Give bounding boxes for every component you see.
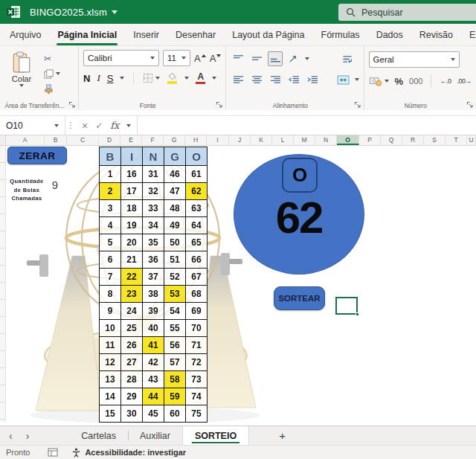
paste-button[interactable]: Colar <box>4 50 39 87</box>
bingo-cell[interactable]: 31 <box>143 166 164 183</box>
bingo-cell[interactable]: 3 <box>100 200 121 217</box>
bingo-cell[interactable]: 7 <box>100 269 121 286</box>
bingo-cell[interactable]: 50 <box>164 234 186 251</box>
column-header-H[interactable]: H <box>185 135 207 145</box>
column-header-U[interactable]: U <box>467 135 476 145</box>
column-header-G[interactable]: G <box>164 135 185 145</box>
add-sheet-button[interactable]: + <box>266 426 299 445</box>
bingo-cell[interactable]: 68 <box>186 286 208 303</box>
column-header-T[interactable]: T <box>446 135 467 145</box>
bingo-cell[interactable]: 5 <box>100 234 121 251</box>
number-dialog-launcher-icon[interactable] <box>466 101 474 109</box>
column-header-N[interactable]: N <box>315 135 337 145</box>
bingo-cell[interactable]: 19 <box>121 217 143 234</box>
bingo-cell[interactable]: 56 <box>164 337 186 354</box>
prev-sheet-arrow-icon[interactable]: ‹ <box>9 430 13 442</box>
bingo-cell[interactable]: 72 <box>186 354 208 371</box>
accessibility-status-button[interactable]: Acessibilidade: investigar <box>65 448 192 458</box>
align-bottom-button[interactable] <box>268 51 283 66</box>
bingo-cell[interactable]: 2 <box>100 183 121 200</box>
bingo-header-cell[interactable]: N <box>143 147 164 166</box>
merge-center-button[interactable] <box>336 72 351 87</box>
ribbon-tab-dados[interactable]: Dados <box>368 24 411 45</box>
column-header-A[interactable]: A <box>6 135 45 145</box>
bingo-cell[interactable]: 42 <box>143 354 164 371</box>
bingo-cell[interactable]: 15 <box>100 405 121 423</box>
column-header-E[interactable]: E <box>120 135 142 145</box>
column-header-R[interactable]: R <box>402 135 424 145</box>
font-name-combo[interactable]: Calibri <box>83 50 159 66</box>
bingo-cell[interactable]: 14 <box>100 388 121 405</box>
ribbon-tab-arquivo[interactable]: Arquivo <box>1 24 49 45</box>
bingo-cell[interactable]: 35 <box>143 234 164 251</box>
align-left-button[interactable] <box>231 72 245 87</box>
bingo-cell[interactable]: 54 <box>164 303 186 320</box>
bingo-cell[interactable]: 16 <box>121 166 143 183</box>
bingo-cell[interactable]: 55 <box>164 320 186 337</box>
bingo-cell[interactable]: 24 <box>121 303 143 320</box>
bold-button[interactable]: N <box>83 73 90 84</box>
comma-style-button[interactable]: 000 <box>409 77 422 86</box>
bingo-cell[interactable]: 51 <box>164 251 186 269</box>
bingo-header-cell[interactable]: O <box>186 147 208 166</box>
bingo-header-cell[interactable]: B <box>100 147 121 166</box>
bingo-cell[interactable]: 53 <box>164 286 186 303</box>
bingo-cell[interactable]: 29 <box>121 388 143 405</box>
grow-font-button[interactable]: A <box>194 53 206 64</box>
column-header-S[interactable]: S <box>424 135 446 145</box>
copy-button[interactable] <box>44 68 60 80</box>
bingo-cell[interactable]: 6 <box>100 251 121 269</box>
decrease-indent-button[interactable] <box>286 72 301 87</box>
borders-button[interactable] <box>143 73 160 83</box>
bingo-cell[interactable]: 65 <box>186 234 208 251</box>
bingo-cell[interactable]: 22 <box>121 269 143 286</box>
accounting-format-button[interactable] <box>369 77 389 86</box>
column-header-D[interactable]: D <box>99 135 120 145</box>
search-box[interactable]: Pesquisar <box>338 4 476 21</box>
column-header-M[interactable]: M <box>294 135 315 145</box>
bingo-cell[interactable]: 59 <box>164 388 186 405</box>
align-center-button[interactable] <box>249 72 264 87</box>
wrap-text-button[interactable] <box>340 51 355 66</box>
bingo-cell[interactable]: 71 <box>186 337 208 354</box>
column-header-I[interactable]: I <box>207 135 229 145</box>
bingo-cell[interactable]: 61 <box>186 166 208 183</box>
align-top-button[interactable] <box>231 51 245 66</box>
bingo-cell[interactable]: 23 <box>121 286 143 303</box>
shrink-font-button[interactable]: A <box>210 53 222 64</box>
increase-indent-button[interactable] <box>305 72 320 87</box>
percent-style-button[interactable]: % <box>395 76 404 87</box>
bingo-cell[interactable]: 36 <box>143 251 164 269</box>
bingo-cell[interactable]: 38 <box>143 286 164 303</box>
cut-button[interactable]: ✂ <box>44 53 60 65</box>
column-header-P[interactable]: P <box>359 135 381 145</box>
bingo-cell[interactable]: 37 <box>143 269 164 286</box>
bingo-cell[interactable]: 47 <box>164 183 186 200</box>
bingo-header-cell[interactable]: G <box>164 147 186 166</box>
bingo-cell[interactable]: 8 <box>100 286 121 303</box>
ribbon-tab-exibir[interactable]: Exibir <box>461 24 476 45</box>
bingo-cell[interactable]: 33 <box>143 200 164 217</box>
bingo-cell[interactable]: 21 <box>121 251 143 269</box>
name-box[interactable]: O10 <box>0 116 65 135</box>
bingo-cell[interactable]: 12 <box>100 354 121 371</box>
column-header-B[interactable]: B <box>45 135 67 145</box>
fill-color-button[interactable] <box>167 72 178 84</box>
bingo-cell[interactable]: 32 <box>143 183 164 200</box>
format-painter-button[interactable] <box>44 83 60 94</box>
bingo-cell[interactable]: 28 <box>121 371 143 388</box>
bingo-cell[interactable]: 9 <box>100 303 121 320</box>
bingo-cell[interactable]: 57 <box>164 354 186 371</box>
ribbon-tab-revisão[interactable]: Revisão <box>411 24 461 45</box>
column-header-F[interactable]: F <box>142 135 164 145</box>
ribbon-tab-página-inicial[interactable]: Página Inicial <box>49 24 125 45</box>
sheet-tab-cartelas[interactable]: Cartelas <box>69 426 128 445</box>
ribbon-tab-fórmulas[interactable]: Fórmulas <box>313 24 368 45</box>
bingo-cell[interactable]: 34 <box>143 217 164 234</box>
clipboard-dialog-launcher-icon[interactable] <box>68 101 76 109</box>
bingo-cell[interactable]: 52 <box>164 269 186 286</box>
workbook-title-wrap[interactable]: BINGO2025.xlsm <box>30 7 118 18</box>
sortear-button[interactable]: SORTEAR <box>274 286 325 310</box>
column-header-O[interactable]: O <box>337 135 359 145</box>
bingo-cell[interactable]: 70 <box>186 320 208 337</box>
